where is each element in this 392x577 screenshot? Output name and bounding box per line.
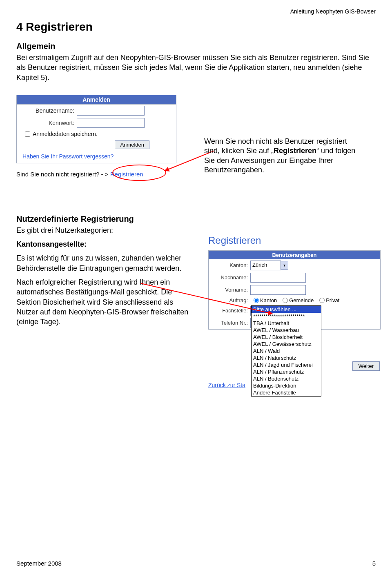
auftrag-gemeinde-radio[interactable] [283, 298, 288, 303]
back-link[interactable]: Zurück zur Sta [208, 382, 245, 388]
kanton-select[interactable]: Zürich [250, 261, 281, 270]
vorname-input[interactable] [250, 285, 306, 295]
login-panel: Anmelden Benutzername: Kennwort: Anmelde… [16, 95, 176, 163]
auftrag-privat-radio[interactable] [319, 298, 325, 303]
dropdown-option[interactable]: TBA / Unterhalt [252, 320, 321, 327]
forgot-password-link[interactable]: Haben Sie Ihr Passwort vergessen? [17, 151, 176, 163]
login-button[interactable]: Anmelden [115, 140, 149, 149]
login-panel-title: Anmelden [17, 95, 176, 105]
auftrag-gemeinde-label: Gemeinde [289, 297, 314, 303]
kanton-category-p1: Es ist wichtig für uns zu wissen, zuhand… [16, 253, 196, 273]
dropdown-option[interactable]: AWEL / Gewässerschutz [252, 341, 321, 348]
footer-left: September 2008 [16, 560, 62, 567]
page-title: 4 Registrieren [16, 20, 376, 33]
remember-label: Anmeldedaten speichern. [33, 131, 98, 137]
allgemein-text: Bei erstmaligem Zugriff auf den Neopyhte… [16, 53, 376, 82]
kanton-category-p2: Nach erfolgreicher Registrierung wird Ih… [16, 277, 196, 327]
telefon-label: Telefon Nr.: [211, 320, 250, 326]
weiter-button[interactable]: Weiter [352, 361, 380, 371]
footer-right: 5 [372, 560, 376, 567]
dropdown-option[interactable]: ALN / Bodenschutz [252, 375, 321, 382]
username-input[interactable] [77, 106, 145, 116]
dropdown-option[interactable]: ************************* [252, 313, 321, 320]
nachname-input[interactable] [250, 273, 306, 283]
password-label: Kennwort: [19, 120, 77, 126]
not-registered-text: Sind Sie noch nicht registriert? - > Reg… [16, 171, 184, 178]
register-form-head: Benutzerangaben [209, 251, 380, 259]
auftrag-kanton-label: Kanton [260, 297, 277, 303]
hint-bold: Registrieren [274, 147, 316, 155]
username-label: Benutzername: [19, 107, 77, 114]
dropdown-option[interactable]: AWEL / Wasserbau [252, 327, 321, 334]
dropdown-option[interactable]: ALN / Wald [252, 348, 321, 354]
kanton-label: Kanton: [211, 262, 250, 268]
fachstelle-label: Fachstelle: [211, 307, 250, 314]
register-link[interactable]: Registrieren [110, 171, 143, 178]
allgemein-heading: Allgemein [16, 42, 376, 51]
chevron-down-icon[interactable]: ▾ [281, 261, 288, 270]
auftrag-kanton-radio[interactable] [254, 298, 259, 303]
dropdown-option[interactable]: ALN / Pflanzenschutz [252, 368, 321, 375]
nachname-label: Nachname: [211, 274, 250, 281]
remember-checkbox[interactable] [25, 131, 30, 137]
hint-text: Wenn Sie noch nicht als Benutzer registr… [204, 137, 359, 175]
nutzerdef-heading: Nutzerdefinierte Registrierung [16, 214, 196, 224]
kanton-category-title: Kantonsangestellte: [16, 240, 87, 248]
dropdown-option[interactable]: AWEL / Biosicherheit [252, 334, 321, 341]
doc-header: Anleitung Neophyten GIS-Bowser [290, 8, 376, 15]
password-input[interactable] [77, 118, 145, 128]
dropdown-option[interactable]: ALN / Jagd und Fischerei [252, 361, 321, 368]
dropdown-option[interactable]: ALN / Naturschutz [252, 354, 321, 361]
auftrag-privat-label: Privat [326, 297, 339, 303]
dropdown-option[interactable]: Bildungs-Direktion [252, 382, 321, 389]
fachstelle-dropdown-open[interactable]: Bitte auswählen ... ********************… [251, 305, 321, 397]
register-panel-title: Registrieren [208, 235, 380, 246]
vorname-label: Vorname: [211, 287, 250, 293]
not-registered-label: Sind Sie noch nicht registriert? - > [16, 171, 109, 178]
nutzerdef-intro: Es gibt drei Nutzerkategorien: [16, 225, 196, 235]
dropdown-option[interactable]: Andere Fachstelle [252, 389, 321, 396]
